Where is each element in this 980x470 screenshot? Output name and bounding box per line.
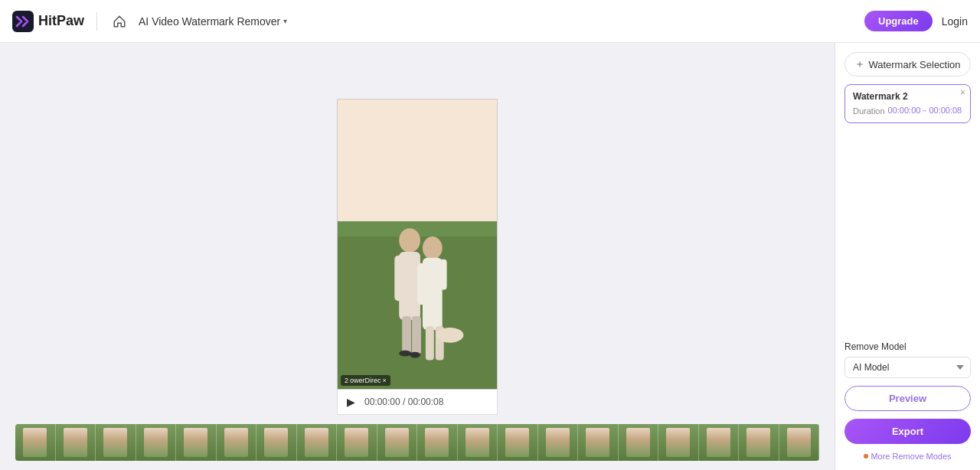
right-panel: ＋ Watermark Selection × Watermark 2 Dura… xyxy=(835,43,980,470)
svg-rect-11 xyxy=(423,257,443,329)
header-right: Upgrade Login xyxy=(864,11,968,31)
header-divider xyxy=(96,12,97,31)
timeline-thumb xyxy=(176,424,217,461)
duration-label: Duration xyxy=(853,106,885,116)
watermark-duration-row: Duration 00:00:00－00:00:08 xyxy=(853,105,962,116)
timeline-thumb xyxy=(96,424,136,461)
svg-rect-8 xyxy=(402,316,411,354)
timeline-thumb xyxy=(619,424,659,461)
timeline-thumb xyxy=(739,424,779,461)
login-button[interactable]: Login xyxy=(942,15,968,28)
plus-icon: ＋ xyxy=(854,57,865,71)
watermark-selection-label: Watermark Selection xyxy=(868,59,960,70)
play-button[interactable]: ▶ xyxy=(347,396,355,408)
svg-rect-0 xyxy=(12,11,34,32)
timeline-thumb xyxy=(377,424,418,461)
svg-rect-13 xyxy=(440,259,447,289)
video-controls: ▶ 00:00:00 / 00:00:08 xyxy=(337,390,498,415)
watermark-badge: 2 owerDirec × xyxy=(341,375,390,386)
watermark-card-title: Watermark 2 xyxy=(853,91,962,102)
svg-point-18 xyxy=(410,351,420,357)
timeline-thumb xyxy=(217,424,257,461)
video-preview: 2 owerDirec × xyxy=(338,100,497,389)
more-dot-icon xyxy=(864,454,868,459)
timeline-thumb xyxy=(417,424,458,461)
watermark-selection-button[interactable]: ＋ Watermark Selection xyxy=(844,52,971,77)
logo-text: HitPaw xyxy=(38,13,84,29)
logo-icon xyxy=(12,11,34,32)
watermark-number: 2 xyxy=(345,377,348,384)
svg-rect-6 xyxy=(394,255,403,300)
home-button[interactable] xyxy=(109,11,129,31)
nav-chevron-icon: ▾ xyxy=(283,17,287,25)
main-area: 2 owerDirec × ▶ 00:00:00 / 00:00:08 xyxy=(0,43,980,470)
header: HitPaw AI Video Watermark Remover ▾ Upgr… xyxy=(0,0,980,43)
video-area: 2 owerDirec × ▶ 00:00:00 / 00:00:08 xyxy=(0,43,835,470)
more-remove-modes-label: More Remove Modes xyxy=(871,452,951,461)
svg-rect-14 xyxy=(426,325,434,360)
nav-dropdown[interactable]: AI Video Watermark Remover ▾ xyxy=(139,15,287,28)
timeline-thumb xyxy=(337,424,377,461)
timeline-thumb xyxy=(56,424,96,461)
timeline-thumb xyxy=(538,424,579,461)
watermark-text: owerDirec xyxy=(350,377,381,384)
timeline-thumb xyxy=(578,424,619,461)
video-frame: 2 owerDirec × xyxy=(337,99,498,390)
preview-button[interactable]: Preview xyxy=(844,386,971,411)
video-container: 2 owerDirec × ▶ 00:00:00 / 00:00:08 xyxy=(337,99,498,415)
timeline-thumb xyxy=(297,424,338,461)
logo-area: HitPaw xyxy=(12,11,84,32)
svg-point-17 xyxy=(399,350,411,356)
timeline-thumb xyxy=(458,424,498,461)
timeline-thumb xyxy=(779,424,820,461)
svg-point-10 xyxy=(423,237,443,259)
watermark-card-close-button[interactable]: × xyxy=(960,88,965,97)
timeline-thumb xyxy=(136,424,177,461)
watermark-close-icon[interactable]: × xyxy=(383,377,387,384)
more-remove-modes-link[interactable]: More Remove Modes xyxy=(844,452,971,461)
watermark-card: × Watermark 2 Duration 00:00:00－00:00:08 xyxy=(844,84,971,123)
timeline-area[interactable] xyxy=(15,424,819,461)
svg-point-4 xyxy=(399,228,420,253)
svg-rect-12 xyxy=(417,263,425,304)
timeline-thumb xyxy=(498,424,538,461)
remove-model-label: Remove Model xyxy=(844,341,971,352)
timeline-thumb xyxy=(256,424,297,461)
video-image-area: 2 owerDirec × xyxy=(338,100,497,389)
svg-point-16 xyxy=(436,327,464,342)
export-button[interactable]: Export xyxy=(844,419,971,444)
duration-value: 00:00:00－00:00:08 xyxy=(888,105,962,116)
svg-rect-9 xyxy=(412,316,421,354)
remove-model-section: Remove Model AI Model Manual Model xyxy=(844,341,971,378)
timeline-thumb xyxy=(15,424,56,461)
svg-rect-1 xyxy=(338,100,497,220)
time-display: 00:00:00 / 00:00:08 xyxy=(364,397,443,407)
timeline-thumb xyxy=(658,424,699,461)
timeline-strip[interactable] xyxy=(15,424,819,461)
timeline-thumb xyxy=(699,424,740,461)
panel-spacer xyxy=(844,131,971,334)
upgrade-button[interactable]: Upgrade xyxy=(864,11,933,31)
nav-label: AI Video Watermark Remover xyxy=(139,15,280,28)
model-select[interactable]: AI Model Manual Model xyxy=(844,357,971,378)
